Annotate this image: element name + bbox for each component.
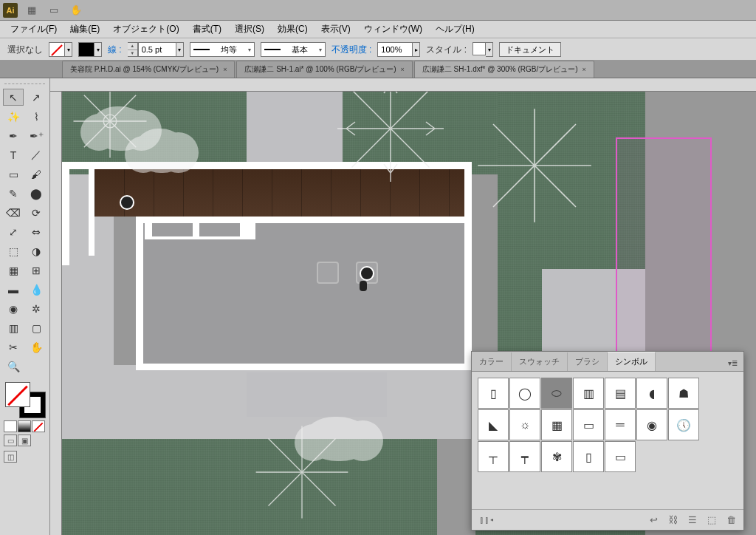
line-tool[interactable]: ／ [26, 146, 47, 163]
zoom-tool[interactable]: 🔍 [3, 358, 24, 375]
color-mode-gradient[interactable] [18, 420, 31, 432]
graph-tool[interactable]: ▥ [3, 319, 24, 336]
eyedropper-tool[interactable]: 💧 [26, 281, 47, 298]
menu-object[interactable]: オブジェクト(O) [107, 21, 185, 38]
panel-tab-symbol[interactable]: シンボル [608, 352, 656, 371]
fill-stroke-control[interactable] [4, 382, 47, 418]
gradient-tool[interactable]: ▬ [3, 281, 24, 298]
stroke-weight-dropdown-icon[interactable]: ▾ [176, 42, 184, 57]
ruler-horizontal[interactable] [50, 78, 756, 92]
arrange-icon[interactable]: ▭ [46, 2, 62, 18]
stroke-dropdown-icon[interactable]: ▾ [94, 42, 102, 57]
symbols-panel[interactable]: カラー スウォッチ ブラシ シンボル ▾≣ ▯ ◯ ⬭ ▥ ▤ ◖ ☗ ◣ ☼ … [471, 351, 744, 531]
perspective-tool[interactable]: ▦ [3, 262, 24, 279]
symbol-toilet[interactable]: ◯ [509, 378, 540, 409]
opacity-dropdown-icon[interactable]: ▸ [413, 42, 420, 57]
bridge-icon[interactable]: ▦ [24, 2, 40, 18]
pen-tool[interactable]: ✒ [3, 127, 24, 144]
artboard-tool[interactable]: ▢ [26, 319, 47, 336]
opacity-label[interactable]: 不透明度 : [331, 44, 372, 56]
free-transform-tool[interactable]: ⬚ [3, 242, 24, 259]
shape-builder-tool[interactable]: ◑ [26, 242, 47, 259]
draw-mode[interactable]: ◫ [4, 451, 17, 463]
rotate-tool[interactable]: ⟳ [26, 204, 47, 221]
menu-window[interactable]: ウィンドウ(W) [358, 21, 428, 38]
close-icon[interactable]: × [223, 66, 227, 73]
blend-tool[interactable]: ◉ [3, 300, 24, 317]
break-link-icon[interactable]: ⛓ [668, 514, 678, 525]
symbol-piano[interactable]: ◣ [478, 409, 509, 440]
panel-tab-brush[interactable]: ブラシ [568, 352, 608, 371]
menu-file[interactable]: ファイル(F) [4, 21, 63, 38]
slice-tool[interactable]: ✂ [3, 338, 24, 355]
new-symbol-icon[interactable]: ⬚ [707, 514, 716, 525]
doc-tab-1[interactable]: 美容院 P.H.D.ai @ 154% (CMYK/プレビュー)× [62, 61, 235, 78]
screen-mode-full[interactable]: ▣ [18, 435, 31, 446]
lasso-tool[interactable]: ⌇ [26, 108, 47, 125]
style-dropdown-icon[interactable]: ▾ [486, 42, 493, 57]
panel-tab-color[interactable]: カラー [472, 352, 512, 371]
stroke-label[interactable]: 線 : [108, 44, 122, 56]
symbol-stool[interactable]: ◉ [636, 409, 667, 440]
symbol-options-icon[interactable]: ☰ [688, 514, 697, 525]
doc-tab-2[interactable]: 広瀬謙二 SH-1.ai* @ 100% (RGB/プレビュー)× [236, 61, 412, 78]
menu-help[interactable]: ヘルプ(H) [430, 21, 481, 38]
stroke-weight-spinner[interactable]: ▲▼ [128, 42, 138, 57]
add-anchor-tool[interactable]: ✒⁺ [26, 127, 47, 144]
stroke-profile-select[interactable]: 基本 ▾ [261, 42, 326, 57]
hand-tool[interactable]: ✋ [26, 338, 47, 355]
type-tool[interactable]: T [3, 146, 24, 163]
symbol-fridge[interactable]: ▯ [573, 441, 604, 472]
close-icon[interactable]: × [401, 66, 405, 73]
symbol-lamp[interactable]: ☼ [509, 409, 540, 440]
stroke-weight-input[interactable]: 0.5 pt [138, 42, 176, 57]
trash-icon[interactable]: 🗑 [726, 514, 736, 525]
width-tool[interactable]: ⇔ [26, 223, 47, 240]
place-symbol-icon[interactable]: ↩ [650, 514, 658, 525]
menu-select[interactable]: 選択(S) [229, 21, 270, 38]
doc-tab-3[interactable]: 広瀬謙二 SH-1.dxf* @ 300% (RGB/プレビュー)× [414, 61, 594, 78]
symbol-desk[interactable]: ═ [605, 409, 636, 440]
symbol-door[interactable]: ▯ [478, 378, 509, 409]
document-setup-button[interactable]: ドキュメント [499, 42, 561, 57]
symbol-tv[interactable]: ▭ [573, 409, 604, 440]
symbol-clock[interactable]: 🕔 [668, 409, 699, 440]
menu-edit[interactable]: 編集(E) [64, 21, 106, 38]
eraser-tool[interactable]: ⌫ [3, 204, 24, 221]
menu-effect[interactable]: 効果(C) [272, 21, 314, 38]
scale-tool[interactable]: ⤢ [3, 223, 24, 240]
hand-icon[interactable]: ✋ [68, 2, 84, 18]
symbol-microwave[interactable]: ▭ [605, 441, 636, 472]
menu-view[interactable]: 表示(V) [315, 21, 357, 38]
style-swatch[interactable] [472, 42, 486, 55]
symbol-sprayer-tool[interactable]: ✲ [26, 300, 47, 317]
library-icon[interactable]: ⫿⫿◂ [479, 514, 495, 525]
direct-selection-tool[interactable]: ↗ [26, 89, 47, 106]
blob-brush-tool[interactable]: ⬤ [26, 185, 47, 202]
symbol-panel[interactable]: ▥ [573, 378, 604, 409]
symbol-cabinet[interactable]: ▦ [541, 409, 572, 440]
fill-dropdown-icon[interactable]: ▾ [65, 42, 72, 57]
ruler-vertical[interactable] [50, 92, 62, 535]
screen-mode-normal[interactable]: ▭ [4, 435, 17, 446]
symbol-table-round[interactable]: ┯ [509, 441, 540, 472]
symbol-sink[interactable]: ⬭ [541, 378, 572, 409]
close-icon[interactable]: × [583, 66, 586, 73]
panel-menu-icon[interactable]: ▾≣ [722, 355, 743, 371]
panel-tab-swatch[interactable]: スウォッチ [512, 352, 568, 371]
paintbrush-tool[interactable]: 🖌 [26, 166, 47, 183]
menu-format[interactable]: 書式(T) [187, 21, 227, 38]
magic-wand-tool[interactable]: ✨ [3, 108, 24, 125]
symbol-armchair[interactable]: ☗ [668, 378, 699, 409]
color-mode-none[interactable] [32, 420, 45, 432]
symbol-plant[interactable]: ✾ [541, 441, 572, 472]
selection-tool[interactable]: ↖ [3, 89, 24, 106]
mesh-tool[interactable]: ⊞ [26, 262, 47, 279]
symbol-bookshelf[interactable]: ▤ [605, 378, 636, 409]
fill-box[interactable] [5, 382, 30, 407]
color-mode-solid[interactable] [4, 420, 17, 432]
stroke-swatch[interactable] [78, 42, 94, 57]
fill-swatch[interactable] [49, 42, 65, 57]
symbol-sofa[interactable]: ◖ [636, 378, 667, 409]
symbol-table[interactable]: ┬ [478, 441, 509, 472]
